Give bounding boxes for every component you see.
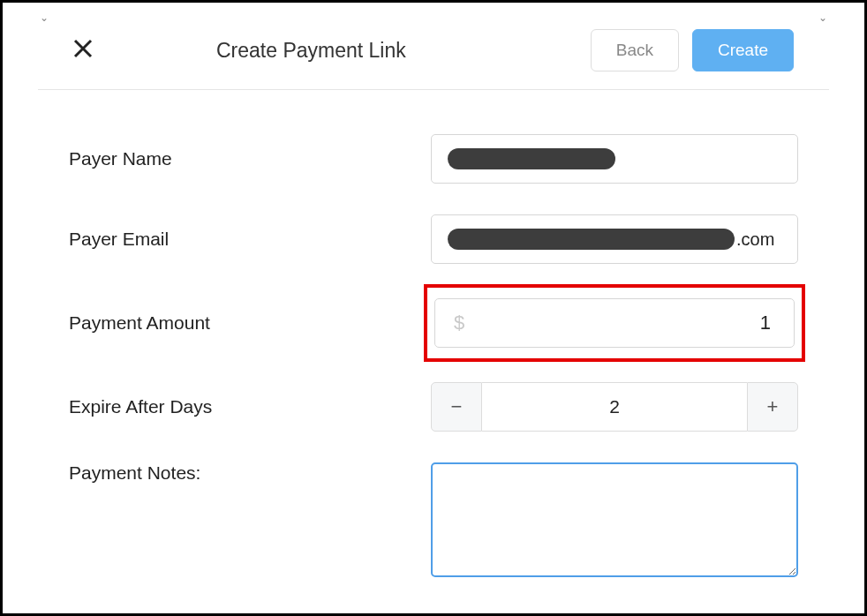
page-title: Create Payment Link	[216, 39, 406, 63]
payment-amount-highlight: $	[424, 284, 805, 362]
redacted-name	[448, 148, 615, 169]
payment-amount-field[interactable]	[434, 298, 795, 348]
expire-days-label: Expire After Days	[69, 396, 431, 417]
decrement-button[interactable]: −	[431, 382, 482, 432]
payment-notes-row: Payment Notes:	[69, 462, 798, 581]
email-suffix: .com	[736, 229, 774, 250]
payer-email-row: Payer Email .com	[69, 214, 798, 264]
corner-mark-tl: ⌄	[40, 11, 49, 24]
expire-days-stepper: − 2 +	[431, 382, 798, 432]
increment-button[interactable]: +	[747, 382, 798, 432]
payment-notes-label: Payment Notes:	[69, 462, 431, 484]
payment-amount-label: Payment Amount	[69, 312, 431, 334]
back-button[interactable]: Back	[591, 29, 679, 71]
payer-name-row: Payer Name	[69, 134, 798, 184]
expire-days-value[interactable]: 2	[482, 382, 747, 432]
payment-notes-field[interactable]	[431, 462, 798, 577]
payer-name-field[interactable]	[431, 134, 798, 184]
redacted-email	[448, 229, 735, 250]
payer-name-label: Payer Name	[69, 148, 431, 169]
payment-amount-row: Payment Amount $	[69, 295, 798, 351]
expire-days-row: Expire After Days − 2 +	[69, 382, 798, 432]
payer-email-field[interactable]: .com	[431, 214, 798, 264]
close-icon[interactable]	[73, 38, 93, 63]
payment-form: Payer Name Payer Email .com Payment Amou…	[3, 90, 864, 616]
payer-email-label: Payer Email	[69, 229, 431, 250]
modal-header: Create Payment Link Back Create	[38, 3, 829, 90]
corner-mark-tr: ⌄	[818, 11, 827, 24]
create-button[interactable]: Create	[692, 29, 794, 71]
